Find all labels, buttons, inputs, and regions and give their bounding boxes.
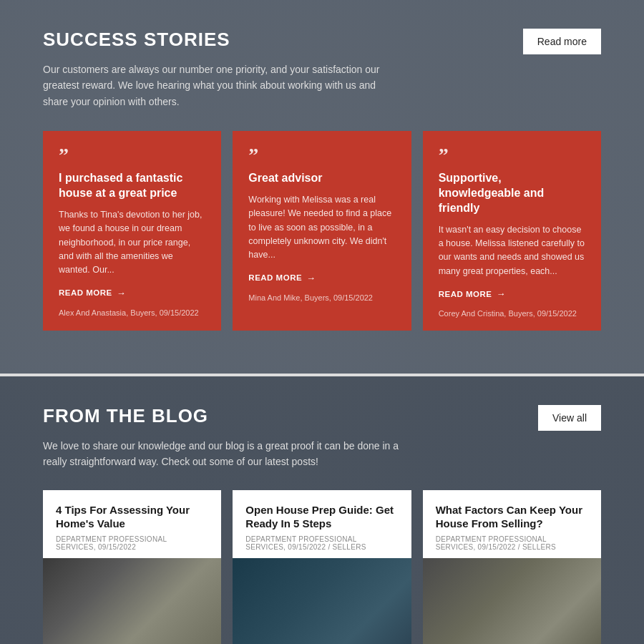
testimonial-body-1: Thanks to Tina's devotion to her job, we… xyxy=(59,208,205,278)
testimonial-body-2: Working with Melissa was a real pleasure… xyxy=(248,193,395,263)
quote-icon-2: ” xyxy=(248,145,395,165)
blog-header: FROM THE BLOG View all xyxy=(43,405,601,431)
blog-cards-row: 4 Tips For Assessing Your Home's Value D… xyxy=(43,490,601,644)
blog-post-image-3 xyxy=(423,558,601,644)
testimonial-body-3: It wasn't an easy decision to choose a h… xyxy=(439,223,585,279)
blog-post-title-1: 4 Tips For Assessing Your Home's Value xyxy=(56,503,208,531)
testimonial-author-3: Corey And Cristina, Buyers, 09/15/2022 xyxy=(439,309,585,318)
blog-card-top-2: Open House Prep Guide: Get Ready In 5 St… xyxy=(233,490,411,558)
blog-post-title-3: What Factors Can Keep Your House From Se… xyxy=(436,503,588,531)
blog-card-1: 4 Tips For Assessing Your Home's Value D… xyxy=(43,490,221,644)
success-stories-section: SUCCESS STORIES Read more Our customers … xyxy=(0,0,644,374)
testimonial-title-2: Great advisor xyxy=(248,171,395,186)
arrow-icon-2: → xyxy=(306,273,316,283)
blog-post-meta-2: DEPARTMENT PROFESSIONAL SERVICES, 09/15/… xyxy=(245,535,398,551)
testimonial-read-more-1[interactable]: READ MORE → xyxy=(59,288,205,298)
blog-post-image-2 xyxy=(233,558,411,644)
blog-post-title-2: Open House Prep Guide: Get Ready In 5 St… xyxy=(245,503,398,531)
blog-post-meta-1: DEPARTMENT PROFESSIONAL SERVICES, 09/15/… xyxy=(56,535,208,551)
success-title: SUCCESS STORIES xyxy=(43,29,230,51)
testimonial-author-1: Alex And Anastasia, Buyers, 09/15/2022 xyxy=(59,308,205,317)
testimonial-card-2: ” Great advisor Working with Melissa was… xyxy=(233,131,411,331)
success-read-more-button[interactable]: Read more xyxy=(523,29,601,54)
blog-title: FROM THE BLOG xyxy=(43,405,208,427)
testimonial-card-1: ” I purchased a fantastic house at a gre… xyxy=(43,131,221,331)
blog-subtitle: We love to share our knowledge and our b… xyxy=(43,438,401,470)
testimonial-read-more-2[interactable]: READ MORE → xyxy=(248,273,395,283)
testimonial-card-3: ” Supportive, knowledgeable and friendly… xyxy=(423,131,601,331)
testimonial-read-more-3[interactable]: READ MORE → xyxy=(439,288,585,299)
blog-img-placeholder-1 xyxy=(43,558,221,644)
quote-icon-3: ” xyxy=(439,145,585,165)
success-subtitle: Our customers are always our number one … xyxy=(43,62,386,109)
blog-card-top-1: 4 Tips For Assessing Your Home's Value D… xyxy=(43,490,221,558)
testimonial-title-1: I purchased a fantastic house at a great… xyxy=(59,171,205,201)
view-all-button[interactable]: View all xyxy=(538,405,601,431)
success-header: SUCCESS STORIES Read more xyxy=(43,29,601,54)
testimonials-row: ” I purchased a fantastic house at a gre… xyxy=(43,131,601,331)
blog-img-placeholder-3 xyxy=(423,558,601,644)
blog-card-2: Open House Prep Guide: Get Ready In 5 St… xyxy=(233,490,411,644)
testimonial-title-3: Supportive, knowledgeable and friendly xyxy=(439,171,585,215)
blog-card-top-3: What Factors Can Keep Your House From Se… xyxy=(423,490,601,558)
blog-card-3: What Factors Can Keep Your House From Se… xyxy=(423,490,601,644)
quote-icon-1: ” xyxy=(59,145,205,165)
blog-post-meta-3: DEPARTMENT PROFESSIONAL SERVICES, 09/15/… xyxy=(436,535,588,551)
testimonial-author-2: Mina And Mike, Buyers, 09/15/2022 xyxy=(248,293,395,302)
blog-post-image-1 xyxy=(43,558,221,644)
arrow-icon-1: → xyxy=(117,288,127,298)
arrow-icon-3: → xyxy=(496,288,506,299)
blog-img-placeholder-2 xyxy=(233,558,411,644)
blog-section: FROM THE BLOG View all We love to share … xyxy=(0,376,644,644)
